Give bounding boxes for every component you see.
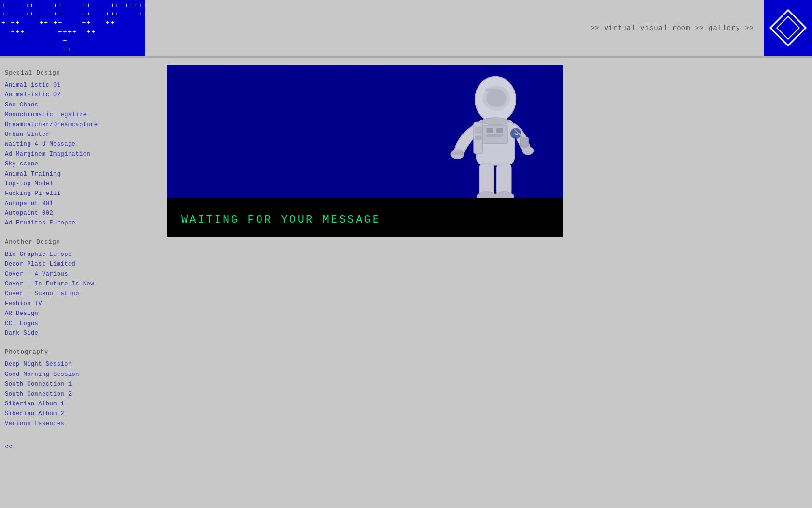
sidebar-link-various[interactable]: Various Essences bbox=[5, 419, 155, 429]
gallery-image: NASA WAITING FOR YOUR MESSAGE bbox=[167, 65, 563, 237]
sidebar-link-autopaint-002[interactable]: Autopaint 002 bbox=[5, 209, 155, 218]
sidebar-link-autopaint-001[interactable]: Autopaint 001 bbox=[5, 199, 155, 209]
sidebar-link-dreamcatcher[interactable]: Dreamcatcher/Dreamcapture bbox=[5, 120, 155, 130]
sidebar-link-ad-marginem[interactable]: Ad Marginem Imagination bbox=[5, 149, 155, 159]
sidebar-link-deep-night[interactable]: Deep Night Session bbox=[5, 359, 155, 369]
sidebar-link-cci[interactable]: CCI Logos bbox=[5, 319, 155, 329]
sidebar-section-title-another: Another Design bbox=[5, 239, 155, 246]
sidebar-section-title-special: Special Design bbox=[5, 70, 155, 76]
sidebar-link-top-top[interactable]: Top-top Model bbox=[5, 179, 155, 189]
svg-rect-21 bbox=[475, 136, 482, 140]
diamond-inner-icon bbox=[776, 16, 799, 40]
sidebar-link-urban-winter[interactable]: Urban Winter bbox=[5, 130, 155, 139]
sidebar-link-animal-istic-01[interactable]: Animal-istic 01 bbox=[5, 80, 155, 90]
logo-text: ++ ++ ++ ++ ++ +++++ ++ ++ ++ ++ +++ ++ … bbox=[0, 1, 148, 54]
sidebar-link-cover-future[interactable]: Cover | In Future Is Now bbox=[5, 279, 155, 289]
sidebar-link-fashion-tv[interactable]: Fashion TV bbox=[5, 299, 155, 309]
svg-point-9 bbox=[482, 118, 509, 125]
svg-point-12 bbox=[522, 147, 534, 155]
sidebar-link-cover-4various[interactable]: Cover | 4 Various bbox=[5, 269, 155, 279]
svg-rect-20 bbox=[475, 127, 482, 134]
sidebar-link-sky-scene[interactable]: Sky-scene bbox=[5, 159, 155, 169]
sidebar-link-south-2[interactable]: South Connection 2 bbox=[5, 389, 155, 399]
sidebar-link-pirelli[interactable]: Fucking Pirelli bbox=[5, 189, 155, 198]
sidebar-link-animal-istic-02[interactable]: Animal-istic 02 bbox=[5, 90, 155, 100]
sidebar-link-animal-training[interactable]: Animal Training bbox=[5, 169, 155, 179]
sidebar: Special Design Animal-istic 01 Animal-is… bbox=[0, 58, 160, 469]
svg-rect-3 bbox=[485, 88, 494, 92]
breadcrumb: >> virtual visual room >> gallery >> bbox=[591, 24, 754, 32]
main-content: NASA WAITING FOR YOUR MESSAGE bbox=[160, 58, 812, 469]
sidebar-link-see-chaos[interactable]: See Chaos bbox=[5, 100, 155, 110]
svg-rect-23 bbox=[521, 137, 529, 147]
sidebar-link-bic[interactable]: Bic Graphic Europe bbox=[5, 250, 155, 259]
logo-area: ++ ++ ++ ++ ++ +++++ ++ ++ ++ ++ +++ ++ … bbox=[0, 0, 145, 56]
svg-rect-11 bbox=[451, 151, 464, 155]
main-layout: Special Design Animal-istic 01 Animal-is… bbox=[0, 58, 812, 469]
svg-rect-8 bbox=[486, 134, 503, 137]
sidebar-link-siberian-1[interactable]: Siberian Album 1 bbox=[5, 399, 155, 409]
sidebar-link-good-morning[interactable]: Good Morning Session bbox=[5, 370, 155, 379]
waiting-message-text: WAITING FOR YOUR MESSAGE bbox=[181, 214, 381, 226]
header-navigation: >> virtual visual room >> gallery >> bbox=[145, 0, 764, 56]
sidebar-link-dark-side[interactable]: Dark Side bbox=[5, 329, 155, 338]
svg-rect-6 bbox=[486, 128, 493, 133]
svg-rect-7 bbox=[496, 128, 503, 133]
back-button[interactable]: << bbox=[5, 443, 155, 450]
sidebar-link-decor[interactable]: Decor Plast Limited bbox=[5, 259, 155, 269]
sidebar-link-waiting[interactable]: Waiting 4 U Message bbox=[5, 139, 155, 149]
sidebar-link-monochromatic[interactable]: Monochromatic Legalize bbox=[5, 110, 155, 120]
page-header: ++ ++ ++ ++ ++ +++++ ++ ++ ++ ++ +++ ++ … bbox=[0, 0, 812, 56]
sidebar-link-ar-design[interactable]: AR Design bbox=[5, 309, 155, 318]
sidebar-link-siberian-2[interactable]: Siberian Album 2 bbox=[5, 409, 155, 418]
diamond-icon bbox=[769, 9, 807, 47]
sidebar-link-south-1[interactable]: South Connection 1 bbox=[5, 379, 155, 389]
sidebar-section-title-photo: Photography bbox=[5, 349, 155, 356]
sidebar-link-cover-sueno[interactable]: Cover | Sueno Latino bbox=[5, 289, 155, 299]
diamond-logo-area bbox=[764, 0, 812, 56]
sidebar-link-ad-eruditos[interactable]: Ad Eruditos Europae bbox=[5, 218, 155, 228]
